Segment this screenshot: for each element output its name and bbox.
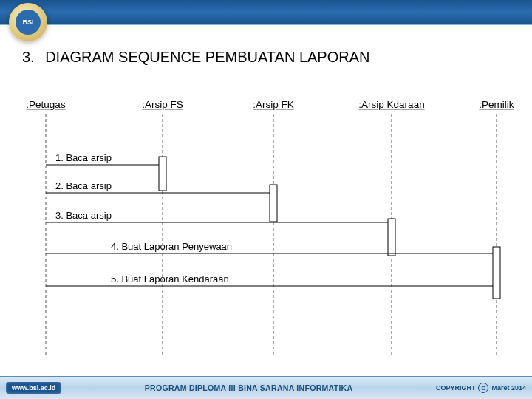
participant-arsip-kd: :Arsip Kdaraan (358, 99, 424, 110)
msg-4-label: 4. Buat Laporan Penyewaan (111, 241, 232, 252)
activation-kd (388, 219, 395, 256)
sequence-diagram: :Petugas :Arsip FS :Arsip FK :Arsip Kdar… (0, 74, 532, 369)
activation-fk (270, 185, 277, 222)
logo-badge: BSI (9, 3, 47, 41)
footer-program: PROGRAM DIPLOMA III BINA SARANA INFORMAT… (145, 383, 353, 392)
top-border (0, 0, 532, 24)
activation-fs (159, 157, 166, 191)
copyright-icon: C (478, 383, 488, 393)
msg-1-label: 1. Baca arsip (55, 152, 112, 163)
footer-bar: www.bsi.ac.id PROGRAM DIPLOMA III BINA S… (0, 376, 532, 399)
copyright-label: COPYRIGHT (436, 384, 476, 392)
msg-2-label: 2. Baca arsip (55, 180, 112, 191)
participant-petugas: :Petugas (26, 99, 66, 110)
participant-pemilik: :Pemilik (479, 99, 514, 110)
copyright-date: Maret 2014 (491, 384, 526, 392)
activation-pemilik (493, 247, 500, 299)
footer-copyright: COPYRIGHT C Maret 2014 (436, 383, 526, 393)
diagram-title: 3. DIAGRAM SEQUENCE PEMBUATAN LAPORAN (22, 49, 510, 66)
participant-arsip-fs: :Arsip FS (142, 99, 183, 110)
title-number: 3. (22, 49, 35, 65)
footer-url: www.bsi.ac.id (6, 382, 61, 394)
logo-abbr: BSI (16, 10, 41, 35)
msg-5-label: 5. Buat Laporan Kendaraan (111, 273, 229, 284)
participant-arsip-fk: :Arsip FK (253, 99, 294, 110)
msg-3-label: 3. Baca arsip (55, 210, 112, 221)
title-text: DIAGRAM SEQUENCE PEMBUATAN LAPORAN (45, 49, 369, 65)
